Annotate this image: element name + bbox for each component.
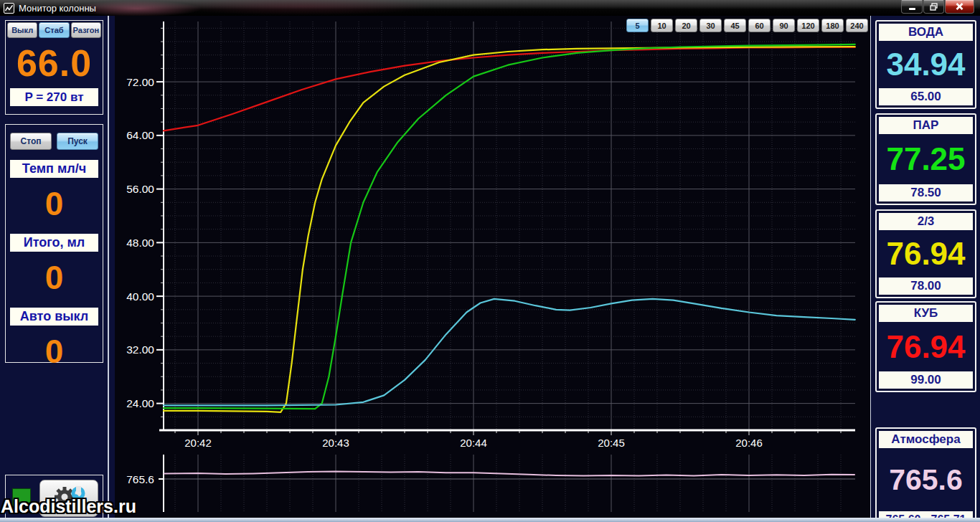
- restore-icon: [930, 3, 938, 11]
- mode-button-razgon[interactable]: Разгон: [71, 22, 101, 38]
- svg-text:32.00: 32.00: [126, 343, 154, 356]
- tile-par-setpoint[interactable]: 78.50: [879, 184, 973, 201]
- tile-par-value: 77.25: [877, 136, 975, 182]
- window-title: Монитор колонны: [19, 3, 96, 14]
- range-button-240[interactable]: 240: [846, 19, 868, 32]
- tile-atmosphere-footer: 765.60 765.71: [879, 511, 973, 518]
- minimize-icon: [909, 8, 915, 10]
- svg-text:20:43: 20:43: [322, 437, 349, 449]
- temperature-chart: 72.0064.0056.0048.0040.0032.0024.0020:42…: [115, 16, 870, 518]
- tile-voda-value: 34.94: [877, 43, 975, 86]
- svg-text:24.00: 24.00: [126, 397, 154, 409]
- close-button[interactable]: [945, 0, 974, 14]
- auto-off-label: Авто выкл: [10, 308, 98, 326]
- watermark: Alcodistillers.ru: [1, 496, 136, 517]
- tile-kub: КУБ 76.94 99.00: [875, 301, 976, 392]
- power-box: Выкл Стаб Разгон 66.0 P = 270 вт: [5, 20, 103, 115]
- svg-text:20:42: 20:42: [184, 437, 212, 449]
- titlebar: Монитор колонны: [0, 0, 980, 16]
- left-control-panel: Выкл Стаб Разгон 66.0 P = 270 вт Стоп Пу…: [0, 16, 115, 518]
- svg-text:765.6: 765.6: [126, 473, 154, 485]
- taskbar-edge: [0, 518, 980, 522]
- rate-value: 0: [6, 184, 103, 224]
- range-button-5[interactable]: 5: [626, 19, 649, 32]
- tile-kub-setpoint[interactable]: 99.00: [879, 371, 973, 389]
- total-label: Итого, мл: [10, 234, 98, 252]
- range-button-60[interactable]: 60: [748, 19, 771, 32]
- tile-atmosphere-label: Атмосфера: [879, 431, 973, 448]
- panel-separator: [108, 16, 109, 518]
- range-button-10[interactable]: 10: [651, 19, 673, 32]
- svg-text:20:45: 20:45: [598, 437, 625, 449]
- svg-text:40.00: 40.00: [126, 290, 154, 303]
- tile-atmosphere: Атмосфера 765.6 765.60 765.71: [875, 427, 976, 518]
- power-watts-label: P = 270 вт: [10, 88, 98, 106]
- svg-text:20:46: 20:46: [735, 437, 763, 449]
- tile-voda-label: ВОДА: [879, 24, 973, 41]
- main-area: Выкл Стаб Разгон 66.0 P = 270 вт Стоп Пу…: [0, 16, 980, 518]
- tile-two-thirds-setpoint[interactable]: 78.00: [879, 277, 973, 295]
- range-button-120[interactable]: 120: [797, 19, 819, 32]
- mode-button-off[interactable]: Выкл: [7, 22, 37, 38]
- auto-off-value: 0: [6, 331, 103, 371]
- time-range-buttons: 5 10 20 30 45 60 90 120 180 240: [626, 19, 868, 32]
- svg-text:64.00: 64.00: [126, 129, 154, 141]
- range-button-45[interactable]: 45: [724, 19, 746, 32]
- svg-text:20:44: 20:44: [460, 437, 487, 449]
- power-setpoint-value: 66.0: [6, 41, 103, 85]
- svg-text:56.00: 56.00: [126, 183, 154, 195]
- right-sensor-panel: ВОДА 34.94 65.00 ПАР 77.25 78.50 2/3 76.…: [870, 16, 980, 518]
- tile-voda-setpoint[interactable]: 65.00: [879, 88, 973, 105]
- app-window: Монитор колонны Выкл Стаб Разгон 66.0 P: [0, 0, 980, 522]
- range-button-90[interactable]: 90: [773, 19, 795, 32]
- tile-two-thirds-value: 76.94: [877, 232, 975, 275]
- tile-two-thirds-label: 2/3: [879, 213, 973, 230]
- stop-button[interactable]: Стоп: [10, 133, 52, 150]
- range-button-180[interactable]: 180: [821, 19, 844, 32]
- svg-text:48.00: 48.00: [126, 237, 154, 249]
- restore-button[interactable]: [923, 0, 944, 14]
- rate-label: Темп мл/ч: [10, 160, 98, 178]
- minimize-button[interactable]: [901, 0, 923, 14]
- tile-two-thirds: 2/3 76.94 78.00: [875, 209, 976, 298]
- total-value: 0: [6, 257, 103, 298]
- app-chart-icon: [4, 3, 14, 14]
- start-button[interactable]: Пуск: [57, 133, 98, 150]
- tile-atmosphere-value: 765.6: [877, 450, 975, 509]
- range-button-20[interactable]: 20: [675, 19, 697, 32]
- tile-kub-label: КУБ: [879, 305, 973, 322]
- tile-voda: ВОДА 34.94 65.00: [875, 20, 976, 109]
- dispense-box: Стоп Пуск Темп мл/ч 0 Итого, мл 0 Авто в…: [5, 124, 103, 363]
- tile-kub-value: 76.94: [877, 324, 975, 369]
- tile-par-label: ПАР: [879, 117, 973, 134]
- mode-button-stab[interactable]: Стаб: [39, 22, 69, 38]
- tile-par: ПАР 77.25 78.50: [875, 113, 976, 205]
- svg-text:72.00: 72.00: [126, 76, 154, 88]
- range-button-30[interactable]: 30: [699, 19, 722, 32]
- close-icon: [956, 3, 963, 10]
- chart-area: 5 10 20 30 45 60 90 120 180 240 72.0064.…: [115, 16, 870, 518]
